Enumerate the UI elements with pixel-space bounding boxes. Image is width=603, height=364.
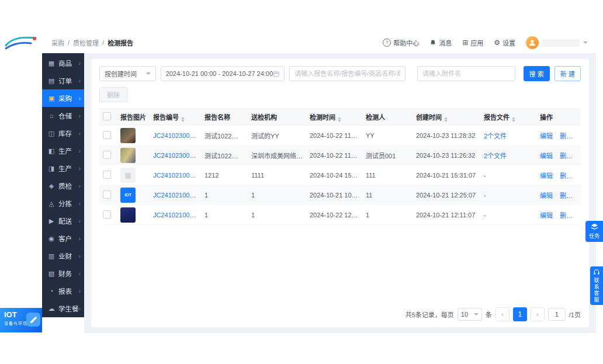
new-report-button[interactable]: 新 建 — [555, 66, 581, 81]
sidebar-item-warehouse[interactable]: ⌂ 仓储 › — [42, 107, 84, 124]
user-menu[interactable] — [526, 36, 588, 49]
edit-button[interactable]: 编辑 — [540, 133, 553, 140]
messages-button[interactable]: 消息 — [429, 38, 452, 47]
cell-test-time: 2024-10-22 11:25:00 — [306, 145, 362, 165]
row-checkbox[interactable] — [103, 131, 111, 139]
contact-support-fab[interactable]: 联系客服 — [590, 266, 603, 305]
cell-report-name: 测试1022检测报告 — [201, 145, 248, 165]
settings-button[interactable]: ⚙ 设置 — [494, 38, 515, 47]
avatar — [526, 36, 539, 49]
chevron-down-icon — [146, 72, 151, 75]
sidebar-item-reports[interactable]: ◔ 报表 › — [42, 282, 84, 300]
col-report-no[interactable]: 报告编号 — [150, 108, 201, 126]
files-link[interactable]: 2个文件 — [484, 152, 507, 160]
apps-button[interactable]: ⊞ 应用 — [462, 38, 483, 47]
report-no-link[interactable]: JC24102100005 — [153, 172, 200, 179]
row-checkbox[interactable] — [103, 171, 111, 179]
delete-row-button[interactable]: 删除 — [560, 133, 573, 140]
breadcrumb-item[interactable]: 质检管理 — [73, 38, 99, 47]
calendar-icon — [273, 71, 279, 77]
col-test-time[interactable]: 检测时间 — [306, 108, 362, 126]
layers-icon — [591, 223, 598, 231]
report-thumbnail[interactable]: ▦ — [120, 168, 136, 183]
cell-files: - — [480, 165, 536, 185]
breadcrumb-item[interactable]: 采购 — [51, 38, 64, 47]
delete-row-button[interactable]: 删除 — [560, 192, 573, 199]
attachment-name-input[interactable] — [417, 66, 515, 81]
sidebar-item-delivery[interactable]: ▶ 配送 › — [42, 212, 84, 230]
page-jump-input[interactable] — [548, 308, 566, 321]
report-no-link[interactable]: JC24102100003 — [153, 192, 200, 199]
sort-icon[interactable] — [338, 117, 341, 122]
company-logo — [4, 34, 39, 51]
row-checkbox[interactable] — [103, 190, 111, 199]
image-placeholder-icon: ▦ — [124, 171, 131, 179]
select-all-checkbox[interactable] — [103, 112, 111, 120]
cell-test-time: 2024-10-22 11:25:00 — [306, 126, 362, 145]
report-list-card: 按创建时间 2024-10-21 00:00 - 2024-10-27 24:0… — [91, 59, 589, 327]
sidebar-item-business-finance[interactable]: ▥ 业财 › — [42, 247, 84, 265]
sidebar-item-quality[interactable]: ◈ 质检 › — [42, 177, 84, 195]
cell-tester: 111 — [362, 165, 413, 185]
sidebar-item-procurement[interactable]: ▣ 采购 › — [42, 89, 84, 107]
sidebar-item-orders[interactable]: ▤ 订单 › — [42, 72, 84, 89]
report-thumbnail[interactable] — [120, 148, 136, 163]
report-thumbnail[interactable] — [120, 128, 136, 143]
edit-button[interactable]: 编辑 — [540, 192, 553, 199]
sidebar-item-finance[interactable]: ▧ 财务 › — [42, 265, 84, 282]
col-actions: 操作 — [536, 108, 581, 126]
date-range-picker[interactable]: 2024-10-21 00:00 - 2024-10-27 24:00 — [161, 66, 285, 81]
sort-icon[interactable] — [512, 117, 515, 122]
edit-button[interactable]: 编辑 — [540, 212, 553, 219]
sidebar-item-sorting[interactable]: ◬ 分拣 › — [42, 195, 84, 212]
search-button[interactable]: 搜 索 — [524, 66, 550, 81]
sidebar-item-customers[interactable]: ◉ 客户 › — [42, 230, 84, 247]
cell-agency: 1111 — [248, 165, 306, 185]
sort-icon[interactable] — [181, 117, 185, 122]
report-thumbnail[interactable]: IOT — [120, 188, 136, 203]
col-created-at[interactable]: 创建时间 — [413, 108, 480, 126]
row-checkbox[interactable] — [103, 151, 111, 159]
production-icon: ◨ — [47, 165, 56, 172]
cell-agency: 测试的YY — [248, 126, 306, 145]
edit-button[interactable]: 编辑 — [540, 152, 553, 160]
col-files[interactable]: 报告文件 — [480, 108, 536, 126]
cell-created-at: 2024-10-23 11:28:32 — [413, 126, 480, 145]
delete-row-button[interactable]: 删除 — [560, 172, 573, 179]
edit-button[interactable]: 编辑 — [540, 172, 553, 179]
keyword-search-input[interactable] — [289, 66, 406, 81]
finance-icon: ▧ — [47, 270, 56, 278]
cell-agency: 1 — [248, 205, 306, 225]
delete-button[interactable]: 删除 — [99, 87, 127, 102]
report-no-link[interactable]: JC24102300006 — [153, 132, 200, 139]
cell-created-at: 2024-10-21 12:25:07 — [413, 185, 480, 205]
tasks-fab[interactable]: 任务 — [585, 221, 603, 242]
report-no-link[interactable]: JC24102300005 — [153, 152, 200, 159]
table-row: ▦ JC24102100005 1212 1111 2024-10-24 15:… — [99, 165, 581, 185]
apps-label: 应用 — [470, 38, 483, 47]
sidebar-item-goods[interactable]: ▦ 商品 › — [42, 54, 84, 72]
delete-row-button[interactable]: 删除 — [560, 212, 573, 219]
delete-row-button[interactable]: 删除 — [560, 152, 573, 160]
report-thumbnail[interactable] — [120, 207, 136, 223]
sidebar-item-student-meals[interactable]: ☁ 学生餐 › — [42, 300, 84, 317]
cell-report-name: 测试1022检测报告 — [201, 126, 248, 145]
iot-device-widget[interactable]: IOT 设备与环境 — [0, 308, 42, 332]
chevron-right-icon: › — [79, 200, 81, 207]
sidebar-item-production-2[interactable]: ◨ 生产 › — [42, 160, 84, 177]
time-type-select[interactable]: 按创建时间 — [99, 66, 156, 81]
prev-page-button[interactable]: ‹ — [495, 307, 510, 321]
report-no-link[interactable]: JC24102100001 — [153, 212, 200, 219]
page-size-select[interactable]: 10 — [458, 308, 482, 321]
row-checkbox[interactable] — [103, 210, 111, 219]
page-number-button[interactable]: 1 — [513, 307, 527, 321]
help-center-label: 帮助中心 — [393, 38, 419, 47]
next-page-button[interactable]: › — [531, 307, 545, 321]
settings-label: 设置 — [503, 38, 515, 47]
sort-icon[interactable] — [444, 117, 448, 122]
files-link[interactable]: 2个文件 — [484, 133, 507, 140]
person-icon — [528, 39, 536, 47]
sidebar-item-production-1[interactable]: ◧ 生产 › — [42, 142, 84, 160]
help-center-button[interactable]: ? 帮助中心 — [383, 38, 419, 47]
sidebar-item-inventory[interactable]: ◫ 库存 › — [42, 124, 84, 142]
